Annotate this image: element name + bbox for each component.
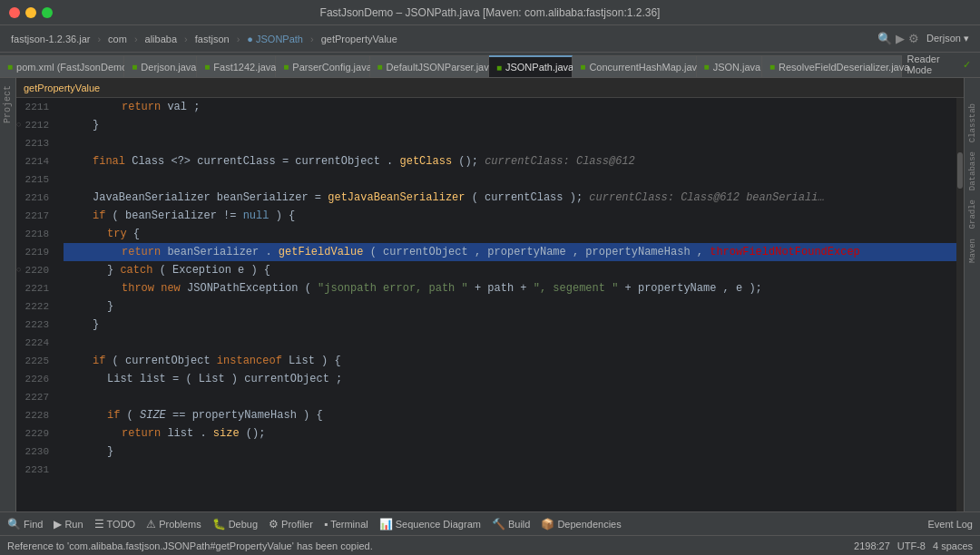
ln-2218: 2218 (16, 225, 56, 243)
toolbar-method[interactable]: getPropertyValue (318, 32, 401, 46)
ln-2228: 2228 (16, 406, 56, 424)
run-icon: ▶ (54, 518, 62, 531)
toolbar-jar[interactable]: fastjson-1.2.36.jar (7, 32, 93, 46)
event-log-tool[interactable]: Event Log (927, 519, 973, 530)
ln-2227: 2227 (16, 388, 56, 406)
find-icon: 🔍 (7, 518, 21, 531)
breadcrumb-method: getPropertyValue (24, 83, 100, 93)
code-line-2215 (64, 170, 956, 189)
database-label[interactable]: Database (966, 148, 979, 194)
dependencies-tool[interactable]: 📦 Dependencies (541, 518, 621, 531)
ln-2214: 2214 (16, 152, 56, 170)
profiler-icon: ⚙ (269, 518, 279, 531)
todo-label: TODO (107, 519, 136, 530)
tab-concurrenthashmap[interactable]: ■ ConcurrentHashMap.java (573, 55, 696, 77)
minimize-button[interactable] (25, 7, 36, 18)
right-panel: Classtab Database Gradle Maven (964, 78, 980, 511)
maximize-button[interactable] (42, 7, 53, 18)
code-editor[interactable]: 2211 ○2212 2213 2214 2215 2216 2217 2218… (16, 98, 964, 511)
scrollbar-track[interactable] (956, 98, 964, 511)
find-label: Find (24, 519, 43, 530)
window-title: FastJsonDemo – JSONPath.java [Maven: com… (320, 6, 661, 19)
bottom-toolbar: 🔍 Find ▶ Run ☰ TODO ⚠ Problems 🐛 Debug ⚙… (0, 511, 980, 535)
problems-tool[interactable]: ⚠ Problems (146, 518, 201, 531)
terminal-icon: ▪ (324, 518, 328, 531)
ln-2221: 2221 (16, 279, 56, 297)
tab-icon: ■ (377, 62, 383, 72)
editor-area: getPropertyValue 2211 ○2212 2213 2214 22… (16, 78, 964, 511)
tabs-bar: ■ pom.xml (FastJsonDemo) ■ Derjson.java … (0, 53, 980, 78)
tab-label: Derjson.java (141, 62, 196, 73)
code-line-2223: } (64, 316, 956, 334)
build-label: Build (508, 519, 530, 530)
todo-tool[interactable]: ☰ TODO (94, 518, 136, 531)
run-icon[interactable]: ▶ (896, 32, 905, 45)
tab-icon: ■ (7, 62, 13, 72)
ln-2213: 2213 (16, 134, 56, 152)
line-numbers: 2211 ○2212 2213 2214 2215 2216 2217 2218… (16, 98, 64, 511)
run-tool[interactable]: ▶ Run (54, 518, 83, 531)
code-line-2230: } (64, 443, 956, 461)
terminal-tool[interactable]: ▪ Terminal (324, 518, 368, 531)
classtab-label[interactable]: Classtab (966, 100, 979, 146)
find-tool[interactable]: 🔍 Find (7, 518, 43, 531)
tab-derjson[interactable]: ■ Derjson.java (124, 55, 197, 77)
ln-2220: ○2220 (16, 261, 56, 279)
traffic-lights (9, 7, 53, 18)
tab-jsonpath[interactable]: ■ JSONPath.java (489, 55, 573, 77)
profiler-tool[interactable]: ⚙ Profiler (269, 518, 313, 531)
tab-parserconfig[interactable]: ■ ParserConfig.java (276, 55, 369, 77)
reader-mode-button[interactable]: Reader Mode ✓ (902, 53, 976, 77)
code-line-2212: } (64, 116, 956, 134)
debug-icon: 🐛 (212, 518, 226, 531)
tab-pom[interactable]: ■ pom.xml (FastJsonDemo) (0, 55, 124, 77)
cursor-position: 2198:27 (854, 540, 890, 551)
debug-label: Debug (229, 519, 258, 530)
tab-icon: ■ (769, 62, 775, 72)
toolbar-alibaba[interactable]: alibaba (142, 32, 181, 46)
problems-label: Problems (159, 519, 201, 530)
tab-icon: ■ (580, 62, 585, 72)
code-line-2226: List list = ( List ) currentObject ; (64, 370, 956, 388)
tab-icon: ■ (283, 62, 289, 72)
tab-json[interactable]: ■ JSON.java (697, 55, 762, 77)
ln-2222: 2222 (16, 297, 56, 316)
ln-2215: 2215 (16, 170, 56, 189)
tab-resolvedeser[interactable]: ■ ResolveFieldDeserializer.java (762, 55, 902, 77)
tab-label: ParserConfig.java (292, 62, 371, 73)
status-right: 2198:27 UTF-8 4 spaces (854, 540, 973, 551)
close-button[interactable] (9, 7, 20, 18)
code-line-2231 (64, 461, 956, 479)
code-line-2229: return list . size (); (64, 424, 956, 443)
toolbar-jsonpath[interactable]: ● JSONPath (243, 32, 307, 46)
sequence-diagram-tool[interactable]: 📊 Sequence Diagram (379, 518, 481, 531)
tab-label: JSON.java (713, 62, 761, 73)
tab-icon: ■ (132, 62, 137, 72)
toolbar-com[interactable]: com (104, 32, 131, 46)
tab-icon: ■ (704, 62, 710, 72)
ln-2217: 2217 (16, 207, 56, 225)
tab-icon: ■ (496, 63, 502, 73)
debug-tool[interactable]: 🐛 Debug (212, 518, 258, 531)
code-line-2228: if ( SIZE == propertyNameHash ) { (64, 406, 956, 424)
status-bar: Reference to 'com.alibaba.fastjson.JSONP… (0, 535, 980, 555)
ln-2224: 2224 (16, 334, 56, 352)
code-line-2222: } (64, 297, 956, 316)
tab-label: DefaultJSONParser.java (387, 62, 495, 73)
tab-label: Fast1242.java (213, 62, 276, 73)
tab-fast1242[interactable]: ■ Fast1242.java (197, 55, 276, 77)
gradle-label[interactable]: Gradle (966, 196, 979, 232)
tab-defaultjson[interactable]: ■ DefaultJSONParser.java (370, 55, 489, 77)
terminal-label: Terminal (330, 519, 368, 530)
search-icon[interactable]: 🔍 (877, 32, 892, 45)
maven-label[interactable]: Maven (966, 235, 979, 267)
code-line-2225: if ( currentObject instanceof List ) { (64, 352, 956, 370)
settings-icon[interactable]: ⚙ (908, 32, 919, 45)
project-panel-label[interactable]: Project (3, 85, 13, 123)
ln-2216: 2216 (16, 189, 56, 207)
tab-label: pom.xml (FastJsonDemo) (16, 62, 131, 73)
toolbar-fastjson[interactable]: fastjson (191, 32, 233, 46)
scrollbar-thumb[interactable] (957, 152, 963, 189)
build-tool[interactable]: 🔨 Build (492, 518, 530, 531)
problems-icon: ⚠ (146, 518, 156, 531)
